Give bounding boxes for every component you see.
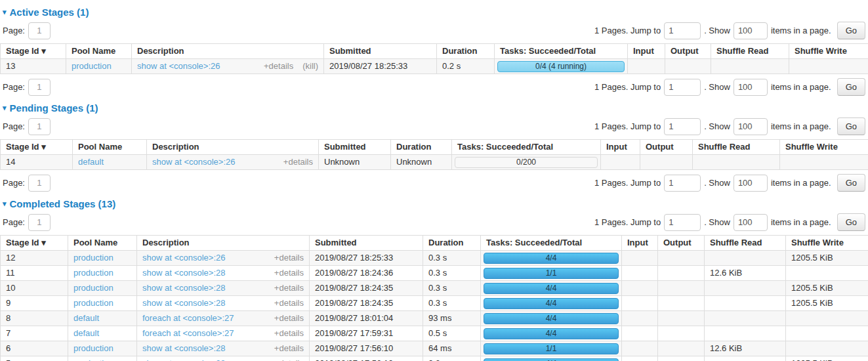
pool-name-link[interactable]: production (73, 358, 114, 361)
stage-description-link[interactable]: show at <console>:28 (142, 283, 225, 293)
go-button[interactable]: Go (837, 78, 865, 96)
stage-description-link[interactable]: show at <console>:26 (137, 61, 220, 72)
items-per-page-input[interactable] (734, 175, 768, 192)
pages-count-text: 1 Pages. Jump to (594, 178, 661, 188)
pool-name-link[interactable]: production (73, 253, 114, 263)
go-button[interactable]: Go (837, 22, 865, 39)
column-header[interactable]: Shuffle Write (789, 44, 868, 59)
pool-name-link[interactable]: production (73, 268, 114, 278)
stage-id-cell: 11 (1, 266, 68, 281)
tasks-cell: 0/200 (452, 155, 601, 170)
column-header[interactable]: Input (622, 236, 658, 251)
page-number-input[interactable] (28, 175, 51, 192)
column-header[interactable]: Submitted (310, 236, 423, 251)
column-header[interactable]: Shuffle Read (705, 236, 786, 251)
column-header[interactable]: Tasks: Succeeded/Total (452, 140, 601, 155)
stage-description-link[interactable]: foreach at <console>:27 (142, 328, 234, 339)
stage-description-link[interactable]: show at <console>:28 (142, 358, 225, 361)
column-header[interactable]: Tasks: Succeeded/Total (481, 236, 622, 251)
stage-description-link[interactable]: show at <console>:26 (142, 253, 225, 263)
column-header[interactable]: Pool Name (66, 44, 132, 59)
column-header[interactable]: Description (147, 140, 319, 155)
pool-name-link[interactable]: production (73, 283, 114, 293)
shuffle-read-cell (711, 59, 789, 74)
column-header[interactable]: Stage Id ▾ (1, 236, 68, 251)
page-number-input[interactable] (28, 22, 51, 39)
details-toggle[interactable]: +details (274, 298, 304, 308)
column-header[interactable]: Input (628, 44, 665, 59)
column-header[interactable]: Output (665, 44, 711, 59)
details-toggle[interactable]: +details (274, 358, 304, 361)
column-header[interactable]: Submitted (319, 140, 391, 155)
stage-description-link[interactable]: show at <console>:28 (142, 268, 225, 278)
column-header[interactable]: Duration (423, 236, 481, 251)
pool-name-link[interactable]: default (73, 328, 99, 338)
pages-count-text: 1 Pages. Jump to (594, 217, 661, 227)
items-per-page-label: items in a page. (771, 121, 831, 131)
column-header[interactable]: Pool Name (73, 140, 147, 155)
page-number-input[interactable] (28, 214, 51, 231)
column-header[interactable]: Stage Id ▾ (1, 44, 66, 59)
stage-description-link[interactable]: show at <console>:28 (142, 343, 225, 354)
collapse-arrow-icon: ▾ (3, 9, 7, 16)
show-label: . Show (704, 178, 730, 188)
column-header[interactable]: Duration (391, 140, 452, 155)
completed-stages-header[interactable]: ▾ Completed Stages (13) (3, 198, 865, 209)
column-header[interactable]: Shuffle Write (786, 236, 868, 251)
details-toggle[interactable]: +details (274, 343, 304, 354)
jump-to-page-input[interactable] (664, 175, 701, 192)
column-header[interactable]: Stage Id ▾ (1, 140, 73, 155)
column-header[interactable]: Input (601, 140, 640, 155)
pending-stages-header[interactable]: ▾ Pending Stages (1) (3, 102, 865, 114)
jump-to-page-input[interactable] (664, 214, 701, 231)
stage-description-link[interactable]: foreach at <console>:27 (142, 313, 234, 324)
page-number-input[interactable] (28, 79, 51, 96)
description-wrap: show at <console>:26+details(kill) (137, 61, 318, 72)
pagination-controls: 1 Pages. Jump to . Show items in a page.… (594, 174, 865, 192)
column-header[interactable]: Description (137, 236, 310, 251)
items-per-page-input[interactable] (734, 214, 768, 231)
description-wrap: show at <console>:28+details (142, 283, 304, 293)
items-per-page-input[interactable] (734, 22, 768, 39)
items-per-page-input[interactable] (734, 79, 768, 96)
column-header[interactable]: Shuffle Read (693, 140, 780, 155)
details-toggle[interactable]: +details (274, 283, 304, 293)
pool-name-link[interactable]: production (72, 61, 112, 71)
pool-name-link[interactable]: production (73, 298, 114, 308)
column-header[interactable]: Tasks: Succeeded/Total (495, 44, 628, 59)
column-header[interactable]: Shuffle Read (711, 44, 789, 59)
column-header[interactable]: Duration (437, 44, 495, 59)
items-per-page-label: items in a page. (771, 217, 831, 227)
details-toggle[interactable]: +details (264, 61, 293, 72)
pool-name-link[interactable]: production (73, 343, 114, 353)
column-header[interactable]: Pool Name (68, 236, 137, 251)
stage-description-link[interactable]: show at <console>:28 (142, 298, 225, 308)
column-header[interactable]: Submitted (324, 44, 437, 59)
details-toggle[interactable]: +details (274, 268, 304, 278)
go-button[interactable]: Go (837, 174, 865, 192)
stage-id-cell: 13 (1, 59, 66, 74)
column-header[interactable]: Shuffle Write (780, 140, 868, 155)
submitted-cell: 2019/08/27 18:25:33 (324, 59, 437, 74)
details-toggle[interactable]: +details (274, 313, 304, 324)
jump-to-page-input[interactable] (664, 22, 701, 39)
stage-row: 7defaultforeach at <console>:27+details2… (1, 326, 868, 341)
column-header[interactable]: Output (640, 140, 693, 155)
go-button[interactable]: Go (837, 117, 865, 135)
active-stages-header[interactable]: ▾ Active Stages (1) (3, 7, 865, 18)
pool-name-link[interactable]: default (78, 157, 104, 167)
details-toggle[interactable]: +details (283, 157, 313, 167)
items-per-page-input[interactable] (734, 118, 768, 135)
column-header[interactable]: Description (132, 44, 324, 59)
page-number-input[interactable] (28, 118, 51, 135)
jump-to-page-input[interactable] (664, 118, 701, 135)
details-toggle[interactable]: +details (274, 253, 304, 263)
pool-name-link[interactable]: default (73, 313, 99, 323)
details-toggle[interactable]: +details (274, 328, 304, 339)
column-header[interactable]: Output (658, 236, 705, 251)
go-button[interactable]: Go (837, 213, 865, 231)
stage-description-link[interactable]: show at <console>:26 (152, 157, 235, 167)
kill-link[interactable]: (kill) (302, 61, 318, 72)
jump-to-page-input[interactable] (664, 79, 701, 96)
tasks-progress-label: 0/200 (516, 157, 536, 167)
